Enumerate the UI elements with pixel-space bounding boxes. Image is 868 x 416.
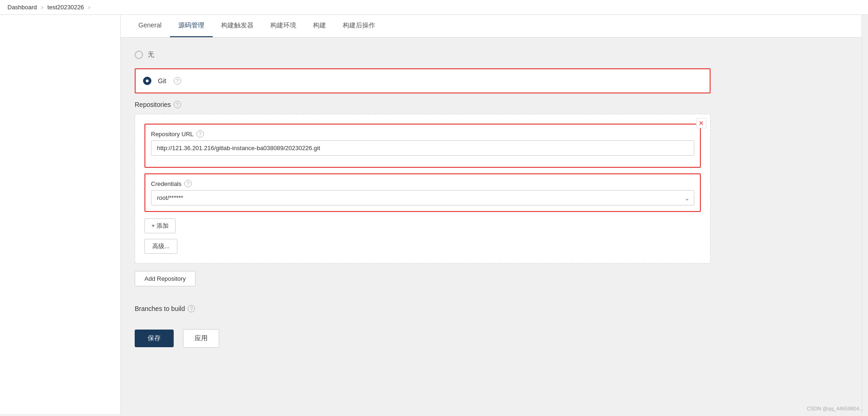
credentials-label: Credentials ? xyxy=(151,180,694,187)
repositories-help-icon[interactable]: ? xyxy=(174,101,181,108)
credentials-row: Credentials ? root/****** ⌄ xyxy=(151,180,694,205)
tab-post[interactable]: 构建后操作 xyxy=(334,15,384,37)
right-scrollbar[interactable] xyxy=(861,15,868,414)
breadcrumb-sep1: > xyxy=(41,5,44,10)
repo-url-help-icon[interactable]: ? xyxy=(196,130,204,138)
radio-git-circle xyxy=(143,77,151,85)
radio-none-circle xyxy=(135,51,143,59)
tab-general[interactable]: General xyxy=(130,15,170,37)
tab-build[interactable]: 构建 xyxy=(305,15,334,37)
add-repo-btn-wrapper: Add Repository xyxy=(135,271,711,296)
branches-section: Branches to build ? xyxy=(135,305,711,312)
repo-url-row: Repository URL ? xyxy=(151,130,694,156)
tabs-bar: General 源码管理 构建触发器 构建环境 构建 构建后操作 xyxy=(121,15,861,38)
save-button[interactable]: 保存 xyxy=(135,330,174,347)
tab-source[interactable]: 源码管理 xyxy=(170,15,213,37)
branches-label: Branches to build ? xyxy=(135,305,711,312)
apply-button[interactable]: 应用 xyxy=(183,329,219,348)
breadcrumb-sep2: > xyxy=(88,5,91,10)
action-bar: 保存 应用 xyxy=(135,322,711,355)
credentials-select[interactable]: root/****** xyxy=(151,190,694,205)
credentials-select-wrapper: root/****** ⌄ xyxy=(151,190,694,205)
radio-git-label: Git xyxy=(158,77,166,85)
radio-none[interactable]: 无 xyxy=(135,47,711,63)
add-repository-button[interactable]: Add Repository xyxy=(135,271,196,286)
radio-git[interactable]: Git ? xyxy=(143,73,181,89)
credentials-help-icon[interactable]: ? xyxy=(184,180,192,187)
radio-none-label: 无 xyxy=(148,51,154,59)
branches-help-icon[interactable]: ? xyxy=(188,305,195,312)
tab-trigger[interactable]: 构建触发器 xyxy=(213,15,262,37)
add-btn-wrapper: + 添加 xyxy=(144,218,701,239)
sidebar xyxy=(0,15,121,414)
breadcrumb-bar: Dashboard > test20230226 > xyxy=(0,0,868,15)
advanced-button[interactable]: 高级... xyxy=(144,239,177,254)
git-help-icon[interactable]: ? xyxy=(174,77,181,85)
repositories-label: Repositories ? xyxy=(135,101,711,108)
tab-env[interactable]: 构建环境 xyxy=(262,15,305,37)
breadcrumb-project[interactable]: test20230226 xyxy=(47,4,84,11)
git-highlight-box: Git ? xyxy=(135,68,711,93)
repo-url-label: Repository URL ? xyxy=(151,130,694,138)
watermark: CSDN @qq_44659804... xyxy=(807,406,863,411)
content-area: General 源码管理 构建触发器 构建环境 构建 构建后操作 无 Git xyxy=(121,15,861,414)
repo-card: ✕ Repository URL ? Credent xyxy=(135,114,711,264)
credentials-highlight: Credentials ? root/****** ⌄ xyxy=(144,173,701,212)
repo-url-highlight: Repository URL ? xyxy=(144,124,701,168)
repo-url-input[interactable] xyxy=(151,140,694,156)
form-area: 无 Git ? Repositories ? ✕ xyxy=(121,38,724,374)
add-button[interactable]: + 添加 xyxy=(144,218,176,233)
close-repo-button[interactable]: ✕ xyxy=(696,118,706,128)
breadcrumb-dashboard[interactable]: Dashboard xyxy=(7,4,37,11)
advanced-btn-wrapper: 高级... xyxy=(144,239,701,254)
radio-none-section: 无 xyxy=(135,47,711,63)
